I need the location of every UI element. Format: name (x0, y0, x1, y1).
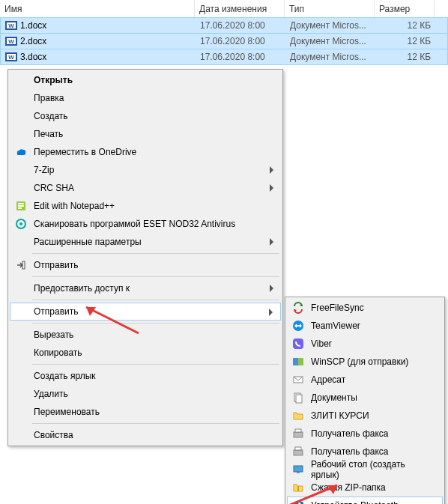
menu-eset-scan[interactable]: Сканировать программой ESET NOD32 Antivi… (10, 215, 281, 233)
submenu-zip[interactable]: Сжатая ZIP-папка (287, 479, 443, 497)
svg-rect-17 (297, 325, 300, 327)
submenu-documents[interactable]: Документы (287, 389, 443, 407)
file-size: 12 КБ (375, 18, 435, 33)
menu-edit[interactable]: Правка (10, 89, 281, 107)
header-date[interactable]: Дата изменения (195, 0, 285, 17)
menu-onedrive[interactable]: Переместить в OneDrive (10, 143, 281, 161)
onedrive-icon (14, 145, 28, 159)
chevron-right-icon (270, 238, 273, 246)
word-icon: W (5, 19, 17, 31)
file-name: 1.docx (20, 20, 46, 31)
svg-rect-11 (18, 205, 24, 207)
header-type[interactable]: Тип (285, 0, 375, 17)
submenu-fax[interactable]: Получатель факса (287, 425, 443, 443)
file-type: Документ Micros... (285, 18, 375, 33)
share-icon (14, 258, 28, 272)
file-row[interactable]: W 2.docx 17.06.2020 8:00 Документ Micros… (0, 33, 448, 49)
menu-rename[interactable]: Переименовать (10, 403, 281, 421)
submenu-desktop[interactable]: Рабочий стол (создать ярлык) (287, 461, 443, 479)
menu-separator (32, 276, 279, 277)
freefilesync-icon (291, 301, 305, 315)
menu-delete[interactable]: Удалить (10, 385, 281, 403)
file-name: 2.docx (20, 36, 46, 46)
menu-create-shortcut[interactable]: Создать ярлык (10, 367, 281, 385)
svg-text:W: W (8, 54, 14, 61)
file-size: 12 КБ (375, 49, 435, 64)
documents-icon (291, 391, 305, 404)
desktop-icon (291, 463, 305, 476)
submenu-addressee[interactable]: Адресат (287, 371, 443, 389)
send-to-submenu: FreeFileSync TeamViewer Viber WinSCP (дл… (285, 297, 445, 504)
chevron-right-icon (270, 166, 273, 174)
context-menu: Открыть Правка Создать Печать Переместит… (7, 69, 283, 446)
svg-rect-30 (297, 486, 299, 491)
eset-icon (14, 217, 28, 231)
menu-separator (32, 323, 279, 324)
file-type: Документ Micros... (285, 34, 375, 49)
file-date: 17.06.2020 8:00 (196, 49, 285, 64)
svg-rect-20 (298, 358, 303, 365)
menu-create[interactable]: Создать (10, 107, 281, 125)
svg-rect-23 (296, 395, 302, 403)
menu-open[interactable]: Открыть (10, 71, 281, 89)
file-name: 3.docx (20, 52, 46, 62)
menu-cut[interactable]: Вырезать (10, 326, 281, 344)
column-headers: Имя Дата изменения Тип Размер (0, 0, 448, 18)
submenu-zliti[interactable]: ЗЛИТІ КУРСИ (287, 407, 443, 425)
file-size: 12 КБ (375, 34, 435, 49)
menu-send-to[interactable]: Отправить (10, 303, 281, 321)
menu-separator (32, 423, 279, 424)
menu-crcsha[interactable]: CRC SHA (10, 179, 281, 197)
menu-separator (32, 300, 279, 300)
chevron-right-icon (270, 184, 273, 192)
file-type: Документ Micros... (285, 49, 375, 64)
svg-rect-10 (18, 203, 24, 204)
fax-icon (291, 445, 305, 458)
file-date: 17.06.2020 8:00 (196, 18, 285, 33)
submenu-bluetooth[interactable]: Устройство Bluetooth (287, 497, 443, 504)
header-size[interactable]: Размер (375, 0, 435, 17)
header-name[interactable]: Имя (0, 0, 195, 17)
svg-rect-26 (294, 450, 303, 455)
svg-point-14 (19, 222, 22, 225)
submenu-winscp[interactable]: WinSCP (для отправки) (287, 353, 443, 371)
svg-rect-24 (294, 432, 303, 437)
svg-rect-19 (293, 358, 298, 365)
menu-print[interactable]: Печать (10, 125, 281, 143)
menu-properties[interactable]: Свойства (10, 426, 281, 444)
fax-icon (291, 427, 305, 440)
svg-rect-18 (293, 338, 303, 349)
menu-share[interactable]: Отправить (10, 256, 281, 274)
menu-eset-ext[interactable]: Расширенные параметры (10, 233, 281, 251)
file-row[interactable]: W 1.docx 17.06.2020 8:00 Документ Micros… (0, 17, 448, 34)
file-list: W 1.docx 17.06.2020 8:00 Документ Micros… (0, 17, 448, 65)
mail-icon (291, 373, 305, 386)
svg-rect-29 (297, 472, 300, 473)
svg-text:W: W (8, 22, 14, 29)
file-date: 17.06.2020 8:00 (196, 34, 285, 49)
folder-icon (291, 409, 305, 422)
notepadpp-icon (14, 199, 28, 213)
menu-notepadpp[interactable]: Edit with Notepad++ (10, 197, 281, 215)
svg-text:W: W (8, 38, 14, 45)
word-icon: W (5, 35, 17, 47)
menu-7zip[interactable]: 7-Zip (10, 161, 281, 179)
menu-grant-access[interactable]: Предоставить доступ к (10, 279, 281, 297)
chevron-right-icon (270, 285, 273, 292)
file-row[interactable]: W 3.docx 17.06.2020 8:00 Документ Micros… (0, 49, 448, 65)
submenu-freefilesync[interactable]: FreeFileSync (287, 299, 443, 317)
word-icon: W (5, 51, 17, 63)
menu-separator (32, 253, 279, 254)
teamviewer-icon (291, 319, 305, 333)
menu-copy[interactable]: Копировать (10, 344, 281, 362)
submenu-viber[interactable]: Viber (287, 335, 443, 353)
svg-rect-27 (295, 447, 301, 450)
svg-rect-28 (294, 466, 303, 472)
winscp-icon (291, 355, 305, 368)
svg-rect-15 (22, 261, 25, 269)
submenu-fax[interactable]: Получатель факса (287, 443, 443, 461)
bluetooth-icon (292, 500, 306, 504)
svg-rect-12 (18, 207, 22, 209)
submenu-teamviewer[interactable]: TeamViewer (287, 317, 443, 335)
svg-rect-25 (295, 429, 301, 432)
